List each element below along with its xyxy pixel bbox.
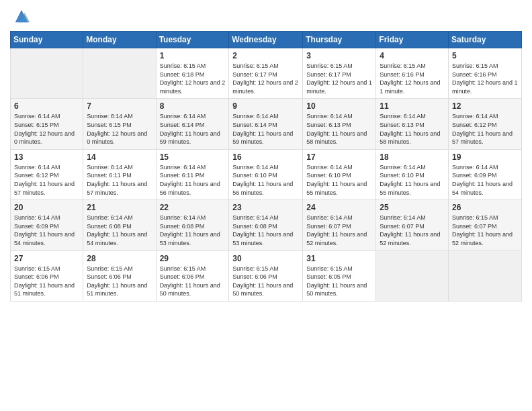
sunrise-text: Sunrise: 6:15 AM xyxy=(306,62,372,71)
sunrise-text: Sunrise: 6:15 AM xyxy=(14,265,79,273)
day-info: Sunrise: 6:15 AMSunset: 6:06 PMDaylight:… xyxy=(87,265,152,298)
sunset-text: Sunset: 6:06 PM xyxy=(232,273,299,281)
day-info: Sunrise: 6:15 AMSunset: 6:05 PMDaylight:… xyxy=(306,265,372,298)
sunrise-text: Sunrise: 6:15 AM xyxy=(160,265,226,273)
sunset-text: Sunset: 6:08 PM xyxy=(232,222,299,231)
calendar-cell: 28Sunrise: 6:15 AMSunset: 6:06 PMDayligh… xyxy=(83,250,156,301)
sunset-text: Sunset: 6:14 PM xyxy=(160,121,226,130)
daylight-text: Daylight: 11 hours and 50 minutes. xyxy=(306,281,372,298)
day-number: 18 xyxy=(380,152,445,162)
sunset-text: Sunset: 6:17 PM xyxy=(306,71,372,79)
calendar-cell: 26Sunrise: 6:15 AMSunset: 6:07 PMDayligh… xyxy=(449,200,522,250)
day-info: Sunrise: 6:15 AMSunset: 6:06 PMDaylight:… xyxy=(232,265,299,298)
calendar-cell: 3Sunrise: 6:15 AMSunset: 6:17 PMDaylight… xyxy=(303,48,376,99)
sunrise-text: Sunrise: 6:14 AM xyxy=(87,214,152,222)
sunrise-text: Sunrise: 6:14 AM xyxy=(306,163,372,172)
sunset-text: Sunset: 6:14 PM xyxy=(232,121,299,130)
sunrise-text: Sunrise: 6:14 AM xyxy=(306,112,372,121)
daylight-text: Daylight: 11 hours and 55 minutes. xyxy=(380,180,445,197)
calendar-cell: 6Sunrise: 6:14 AMSunset: 6:15 PMDaylight… xyxy=(11,99,83,149)
day-info: Sunrise: 6:14 AMSunset: 6:13 PMDaylight:… xyxy=(306,112,372,146)
day-info: Sunrise: 6:14 AMSunset: 6:08 PMDaylight:… xyxy=(160,214,226,247)
sunrise-text: Sunrise: 6:14 AM xyxy=(232,214,299,222)
calendar-week-row: 20Sunrise: 6:14 AMSunset: 6:09 PMDayligh… xyxy=(11,200,522,250)
calendar-cell: 24Sunrise: 6:14 AMSunset: 6:07 PMDayligh… xyxy=(303,200,376,250)
sunset-text: Sunset: 6:13 PM xyxy=(380,121,445,130)
daylight-text: Daylight: 11 hours and 59 minutes. xyxy=(160,130,226,146)
calendar-cell: 19Sunrise: 6:14 AMSunset: 6:09 PMDayligh… xyxy=(449,149,522,199)
day-number: 20 xyxy=(14,203,79,212)
day-info: Sunrise: 6:14 AMSunset: 6:12 PMDaylight:… xyxy=(452,112,518,146)
calendar-cell: 23Sunrise: 6:14 AMSunset: 6:08 PMDayligh… xyxy=(229,200,303,250)
day-number: 23 xyxy=(232,203,299,212)
calendar-cell: 22Sunrise: 6:14 AMSunset: 6:08 PMDayligh… xyxy=(156,200,229,250)
weekday-header-tuesday: Tuesday xyxy=(156,32,229,48)
sunset-text: Sunset: 6:18 PM xyxy=(160,71,226,79)
calendar-cell: 20Sunrise: 6:14 AMSunset: 6:09 PMDayligh… xyxy=(11,200,83,250)
sunrise-text: Sunrise: 6:14 AM xyxy=(232,112,299,121)
calendar-cell: 1Sunrise: 6:15 AMSunset: 6:18 PMDaylight… xyxy=(156,48,229,99)
calendar-cell: 12Sunrise: 6:14 AMSunset: 6:12 PMDayligh… xyxy=(449,99,522,149)
calendar-cell: 2Sunrise: 6:15 AMSunset: 6:17 PMDaylight… xyxy=(229,48,303,99)
sunset-text: Sunset: 6:16 PM xyxy=(452,71,518,79)
weekday-header-row: SundayMondayTuesdayWednesdayThursdayFrid… xyxy=(11,32,522,48)
calendar-week-row: 27Sunrise: 6:15 AMSunset: 6:06 PMDayligh… xyxy=(11,250,522,301)
calendar-week-row: 13Sunrise: 6:14 AMSunset: 6:12 PMDayligh… xyxy=(11,149,522,199)
sunset-text: Sunset: 6:10 PM xyxy=(306,171,372,180)
day-info: Sunrise: 6:15 AMSunset: 6:06 PMDaylight:… xyxy=(160,265,226,298)
calendar-week-row: 6Sunrise: 6:14 AMSunset: 6:15 PMDaylight… xyxy=(11,99,522,149)
daylight-text: Daylight: 11 hours and 52 minutes. xyxy=(380,230,445,247)
calendar-cell: 13Sunrise: 6:14 AMSunset: 6:12 PMDayligh… xyxy=(11,149,83,199)
daylight-text: Daylight: 11 hours and 54 minutes. xyxy=(87,230,152,247)
calendar-cell: 5Sunrise: 6:15 AMSunset: 6:16 PMDaylight… xyxy=(449,48,522,99)
sunrise-text: Sunrise: 6:14 AM xyxy=(87,163,152,172)
daylight-text: Daylight: 11 hours and 50 minutes. xyxy=(232,281,299,298)
calendar-cell: 31Sunrise: 6:15 AMSunset: 6:05 PMDayligh… xyxy=(303,250,376,301)
sunrise-text: Sunrise: 6:15 AM xyxy=(232,62,299,71)
sunrise-text: Sunrise: 6:15 AM xyxy=(380,62,445,71)
daylight-text: Daylight: 12 hours and 1 minute. xyxy=(452,79,518,95)
daylight-text: Daylight: 12 hours and 1 minute. xyxy=(380,79,445,95)
day-info: Sunrise: 6:14 AMSunset: 6:15 PMDaylight:… xyxy=(14,112,79,146)
daylight-text: Daylight: 11 hours and 58 minutes. xyxy=(306,130,372,146)
sunset-text: Sunset: 6:15 PM xyxy=(14,121,79,130)
weekday-header-saturday: Saturday xyxy=(449,32,522,48)
logo-icon xyxy=(12,7,31,26)
weekday-header-thursday: Thursday xyxy=(303,32,376,48)
sunset-text: Sunset: 6:10 PM xyxy=(380,171,445,180)
day-number: 31 xyxy=(306,254,372,263)
weekday-header-friday: Friday xyxy=(376,32,449,48)
sunset-text: Sunset: 6:16 PM xyxy=(380,71,445,79)
calendar-cell xyxy=(83,48,156,99)
calendar-cell: 18Sunrise: 6:14 AMSunset: 6:10 PMDayligh… xyxy=(376,149,449,199)
sunrise-text: Sunrise: 6:14 AM xyxy=(14,214,79,222)
calendar-cell xyxy=(376,250,449,301)
sunset-text: Sunset: 6:08 PM xyxy=(87,222,152,231)
day-number: 27 xyxy=(14,254,79,263)
weekday-header-monday: Monday xyxy=(83,32,156,48)
daylight-text: Daylight: 11 hours and 53 minutes. xyxy=(160,230,226,247)
day-number: 8 xyxy=(160,101,226,111)
sunset-text: Sunset: 6:12 PM xyxy=(14,171,79,180)
daylight-text: Daylight: 11 hours and 53 minutes. xyxy=(232,230,299,247)
day-number: 21 xyxy=(87,203,152,212)
calendar-cell: 4Sunrise: 6:15 AMSunset: 6:16 PMDaylight… xyxy=(376,48,449,99)
daylight-text: Daylight: 11 hours and 59 minutes. xyxy=(232,130,299,146)
day-info: Sunrise: 6:14 AMSunset: 6:10 PMDaylight:… xyxy=(380,163,445,197)
day-number: 19 xyxy=(452,152,518,162)
calendar-cell xyxy=(11,48,83,99)
sunrise-text: Sunrise: 6:15 AM xyxy=(452,62,518,71)
sunset-text: Sunset: 6:07 PM xyxy=(380,222,445,231)
day-number: 29 xyxy=(160,254,226,263)
day-number: 11 xyxy=(380,101,445,111)
calendar-cell: 10Sunrise: 6:14 AMSunset: 6:13 PMDayligh… xyxy=(303,99,376,149)
day-number: 5 xyxy=(452,51,518,60)
daylight-text: Daylight: 12 hours and 0 minutes. xyxy=(87,130,152,146)
sunrise-text: Sunrise: 6:14 AM xyxy=(160,112,226,121)
day-info: Sunrise: 6:14 AMSunset: 6:11 PMDaylight:… xyxy=(160,163,226,197)
daylight-text: Daylight: 12 hours and 2 minutes. xyxy=(232,79,299,95)
calendar-cell: 15Sunrise: 6:14 AMSunset: 6:11 PMDayligh… xyxy=(156,149,229,199)
sunset-text: Sunset: 6:11 PM xyxy=(160,171,226,180)
day-number: 6 xyxy=(14,101,79,111)
sunrise-text: Sunrise: 6:14 AM xyxy=(380,163,445,172)
